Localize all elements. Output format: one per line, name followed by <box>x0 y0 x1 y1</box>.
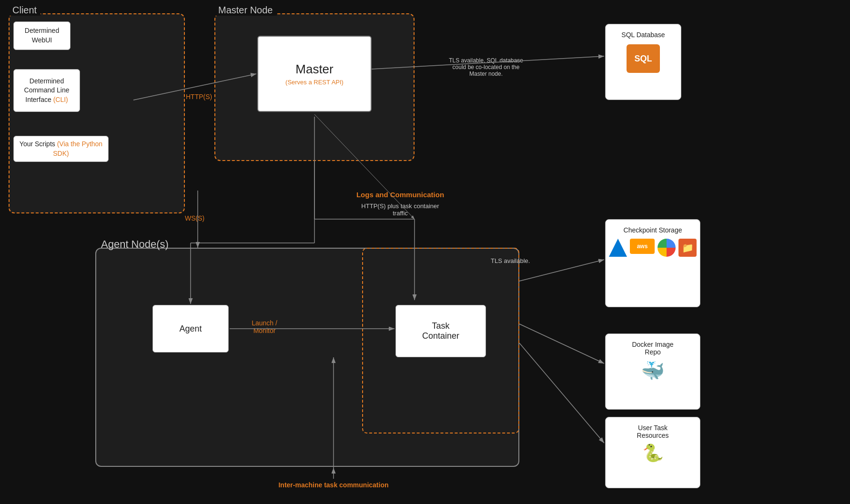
gcp-icon <box>658 239 676 257</box>
aws-icon: aws <box>630 239 655 254</box>
client-label: Client <box>9 5 40 16</box>
python-icon: 🐍 <box>642 443 664 463</box>
client-scripts: Your Scripts (Via the Python SDK) <box>13 136 109 162</box>
diagram: Client DeterminedWebUI DeterminedCommand… <box>0 0 850 504</box>
master-subtitle: (Serves a REST API) <box>285 79 344 86</box>
s3-icon: 📁 <box>678 239 697 257</box>
sql-icon: SQL <box>627 44 660 73</box>
launch-monitor-label: Launch /Monitor <box>236 319 293 334</box>
logs-sub: HTTP(S) plus task containertraffic <box>334 202 467 217</box>
master-inner-box: Master (Serves a REST API) <box>257 36 372 112</box>
docker-label: Docker ImageRepo <box>632 341 673 356</box>
azure-icon <box>609 239 627 257</box>
svg-line-13 <box>519 343 604 443</box>
inter-machine-label: Inter-machine task communication <box>267 481 400 489</box>
logs-label: Logs and Communication <box>334 191 467 199</box>
user-task-box: User TaskResources 🐍 <box>605 417 700 488</box>
agent-box: Agent <box>152 305 229 353</box>
http-label: HTTP(S) <box>186 93 212 101</box>
ws-label: WS(S) <box>185 214 204 222</box>
master-node-label: Master Node <box>214 5 277 16</box>
client-cli-text: DeterminedCommand LineInterface (CLI) <box>24 77 70 105</box>
svg-line-11 <box>519 260 604 281</box>
tls-checkpoint-label: TLS available. <box>491 257 530 264</box>
user-task-label: User TaskResources <box>637 424 669 439</box>
docker-repo-box: Docker ImageRepo 🐳 <box>605 333 700 410</box>
task-container-label: TaskContainer <box>422 321 459 341</box>
checkpoint-label: Checkpoint Storage <box>624 226 682 234</box>
client-webui: DeterminedWebUI <box>13 21 71 50</box>
tls-sql-note: TLS available. SQL databasecould be co-l… <box>438 57 534 77</box>
checkpoint-storage-box: Checkpoint Storage aws 📁 <box>605 219 700 307</box>
agent-node-label: Agent Node(s) <box>101 238 169 251</box>
sql-db-label: SQL Database <box>621 31 665 39</box>
master-title: Master <box>295 62 333 77</box>
sql-icon-text: SQL <box>634 54 652 64</box>
svg-line-12 <box>519 324 604 363</box>
client-scripts-text: Your Scripts (Via the Python SDK) <box>14 140 108 158</box>
sql-database-box: SQL Database SQL <box>605 24 681 100</box>
client-webui-text: DeterminedWebUI <box>25 26 59 45</box>
checkpoint-icons: aws 📁 <box>609 239 697 257</box>
task-container-box: TaskContainer <box>395 305 486 357</box>
docker-icon: 🐳 <box>641 360 665 382</box>
agent-label: Agent <box>179 324 202 334</box>
client-cli: DeterminedCommand LineInterface (CLI) <box>13 69 80 112</box>
